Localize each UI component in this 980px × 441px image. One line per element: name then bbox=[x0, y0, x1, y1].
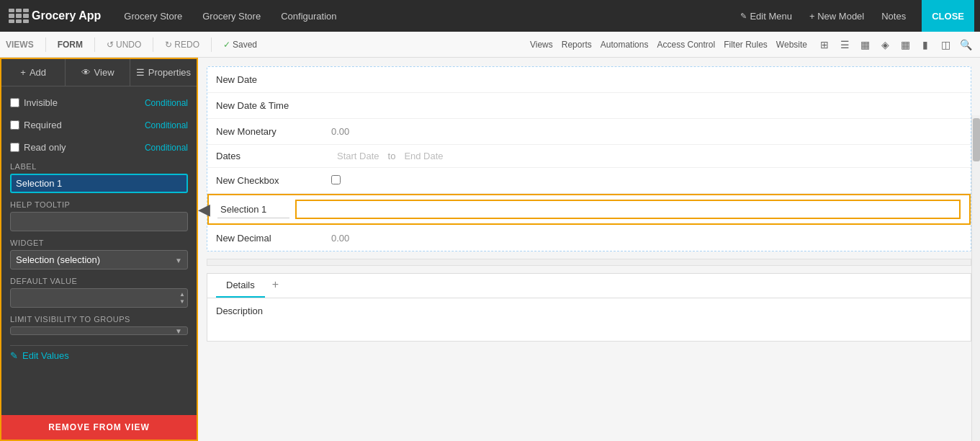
new-monetary-label: New Monetary bbox=[216, 126, 331, 137]
invisible-conditional[interactable]: Conditional bbox=[145, 98, 188, 108]
nav-grocery-store-1[interactable]: Grocery Store bbox=[115, 11, 191, 22]
grid-view-icon[interactable]: ⊞ bbox=[816, 36, 833, 53]
required-conditional[interactable]: Conditional bbox=[145, 120, 188, 130]
table-view-icon[interactable]: ▦ bbox=[856, 36, 873, 53]
required-label: Required bbox=[24, 120, 62, 130]
new-checkbox-label: New Checkbox bbox=[216, 175, 331, 186]
required-checkbox[interactable] bbox=[10, 120, 19, 130]
start-date-placeholder[interactable]: Start Date bbox=[337, 151, 379, 161]
dates-row: Dates Start Date to End Date bbox=[207, 145, 971, 168]
second-bar: VIEWS FORM ↺ UNDO ↻ REDO ✓ Saved Views R… bbox=[0, 32, 980, 58]
list-icon: ☰ bbox=[136, 67, 145, 78]
right-content: New Date New Date & Time New Monetary 0.… bbox=[198, 58, 980, 441]
selection-value-input[interactable] bbox=[295, 200, 961, 219]
default-value-section: Default value ▲ ▼ bbox=[10, 277, 188, 308]
redo-btn[interactable]: ↻ REDO bbox=[165, 40, 199, 50]
automations-link[interactable]: Automations bbox=[601, 40, 649, 50]
calendar-icon[interactable]: ▦ bbox=[896, 36, 914, 53]
properties-tab[interactable]: ☰ Properties bbox=[130, 59, 197, 86]
scroll-thumb bbox=[973, 118, 980, 161]
label-input[interactable] bbox=[10, 174, 188, 193]
read-only-conditional[interactable]: Conditional bbox=[145, 143, 188, 153]
chart-icon[interactable]: ▮ bbox=[917, 36, 934, 53]
label-section-title: Label bbox=[10, 162, 188, 171]
add-tab[interactable]: + Add bbox=[1, 59, 66, 86]
top-nav: Grocery App Grocery Store Grocery Store … bbox=[0, 0, 980, 32]
filter-rules-link[interactable]: Filter Rules bbox=[724, 40, 768, 50]
default-value-stepper: ▲ ▼ bbox=[10, 288, 188, 308]
groups-dropdown-arrow: ▼ bbox=[175, 327, 182, 335]
close-btn[interactable]: CLOSE bbox=[922, 0, 974, 32]
form-label: FORM bbox=[58, 40, 83, 50]
new-model-btn[interactable]: + New Model bbox=[802, 11, 871, 22]
to-label: to bbox=[388, 151, 396, 161]
views-label: VIEWS bbox=[6, 40, 34, 50]
notes-btn[interactable]: Notes bbox=[874, 11, 913, 22]
divider3 bbox=[153, 37, 153, 52]
groups-dropdown-wrapper: ▼ bbox=[10, 326, 188, 335]
new-decimal-row: New Decimal 0.00 bbox=[207, 225, 971, 251]
plus-icon: + bbox=[20, 67, 26, 78]
new-decimal-label: New Decimal bbox=[216, 233, 331, 244]
read-only-checkbox[interactable] bbox=[10, 143, 19, 152]
edit-values-btn[interactable]: ✎ Edit Values bbox=[10, 345, 188, 365]
nav-configuration[interactable]: Configuration bbox=[272, 11, 345, 22]
new-date-row: New Date bbox=[207, 67, 971, 93]
limit-visibility-section: Limit visibility to groups ▼ bbox=[10, 315, 188, 335]
views-link[interactable]: Views bbox=[530, 40, 553, 50]
new-checkbox-row: New Checkbox bbox=[207, 168, 971, 194]
search-icon[interactable]: 🔍 bbox=[957, 36, 974, 53]
new-monetary-row: New Monetary 0.00 bbox=[207, 119, 971, 145]
details-tab[interactable]: Details bbox=[216, 274, 265, 298]
check-icon: ✓ bbox=[223, 40, 230, 50]
remove-from-view-btn[interactable]: REMOVE FROM VIEW bbox=[1, 415, 197, 440]
scroll-right[interactable] bbox=[971, 115, 980, 441]
access-control-link[interactable]: Access Control bbox=[657, 40, 715, 50]
pivot-icon[interactable]: ◫ bbox=[937, 36, 954, 53]
description-label: Description bbox=[216, 306, 263, 316]
divider bbox=[45, 37, 46, 52]
new-decimal-value: 0.00 bbox=[331, 233, 962, 244]
divider4 bbox=[211, 37, 212, 52]
edit-menu-btn[interactable]: ✎ Edit Menu bbox=[733, 11, 799, 22]
add-tab-btn[interactable]: + bbox=[265, 274, 286, 298]
dates-label: Dates bbox=[216, 151, 331, 161]
new-datetime-label: New Date & Time bbox=[216, 100, 331, 111]
undo-btn[interactable]: ↺ UNDO bbox=[107, 40, 141, 50]
read-only-label: Read only bbox=[24, 142, 66, 153]
selection-row: ◀◀ bbox=[207, 194, 971, 225]
map-icon[interactable]: ◈ bbox=[876, 36, 894, 53]
sidebar-toolbar: + Add 👁 View ☰ Properties bbox=[1, 59, 197, 86]
groups-dropdown[interactable] bbox=[10, 326, 188, 335]
main-wrapper: New Date New Date & Time New Monetary 0.… bbox=[198, 58, 980, 441]
reports-link[interactable]: Reports bbox=[562, 40, 592, 50]
widget-select-wrapper: Selection (selection) ▼ bbox=[10, 250, 188, 270]
right-actions: Views Reports Automations Access Control… bbox=[530, 36, 974, 53]
eye-icon: 👁 bbox=[81, 67, 91, 78]
saved-label: ✓ Saved bbox=[223, 40, 257, 50]
selection-label-input[interactable] bbox=[217, 201, 289, 218]
view-tab[interactable]: 👁 View bbox=[66, 59, 130, 86]
limit-visibility-label: Limit visibility to groups bbox=[10, 315, 188, 324]
help-tooltip-input[interactable] bbox=[10, 212, 188, 231]
tabs-bar: Details + bbox=[207, 273, 971, 298]
default-value-input[interactable] bbox=[10, 288, 188, 308]
app-grid-icon[interactable] bbox=[6, 6, 26, 26]
new-checkbox-input[interactable] bbox=[331, 175, 341, 184]
nav-grocery-store-2[interactable]: Grocery Store bbox=[194, 11, 269, 22]
invisible-checkbox[interactable] bbox=[10, 98, 19, 107]
app-name: Grocery App bbox=[32, 9, 101, 22]
list-view-icon[interactable]: ☰ bbox=[836, 36, 853, 53]
invisible-row: Invisible Conditional bbox=[10, 95, 188, 110]
required-row: Required Conditional bbox=[10, 117, 188, 133]
end-date-placeholder[interactable]: End Date bbox=[404, 151, 443, 161]
widget-label: Widget bbox=[10, 239, 188, 247]
help-tooltip-section: Help Tooltip bbox=[10, 200, 188, 231]
widget-select[interactable]: Selection (selection) bbox=[10, 250, 188, 270]
properties-content: Invisible Conditional Required Condition… bbox=[1, 86, 197, 415]
read-only-row: Read only Conditional bbox=[10, 140, 188, 155]
website-link[interactable]: Website bbox=[776, 40, 807, 50]
icon-toolbar: ⊞ ☰ ▦ ◈ ▦ ▮ ◫ 🔍 bbox=[816, 36, 974, 53]
label-section: Label bbox=[10, 162, 188, 193]
default-value-label: Default value bbox=[10, 277, 188, 285]
